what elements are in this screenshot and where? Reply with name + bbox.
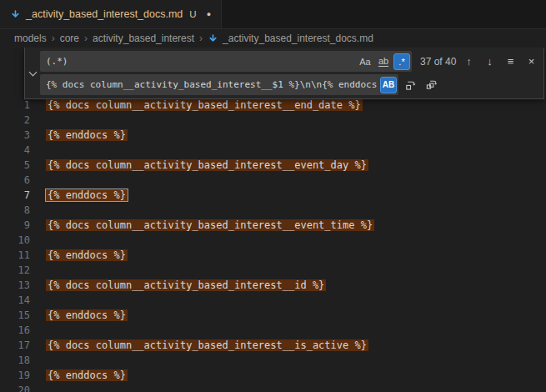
breadcrumb: models›core›activity_based_interest› _ac… (0, 29, 546, 48)
editor-line[interactable]: 11{% enddocs %} (0, 248, 546, 263)
line-number[interactable]: 19 (0, 368, 30, 383)
regex-button[interactable]: .* (393, 53, 410, 70)
line-number[interactable]: 15 (0, 308, 30, 323)
line-number[interactable]: 17 (0, 338, 30, 353)
line-number[interactable]: 3 (0, 128, 30, 143)
find-match-highlight: {% docs column__activity_based_interest_… (46, 279, 326, 291)
line-number[interactable]: 2 (0, 113, 30, 128)
editor[interactable]: (.*) Aa ab .* 37 of 40 ↑ ↓ ≡ × {% docs c… (0, 48, 546, 392)
code-text: {% docs column__activity_based_interest_… (46, 158, 368, 173)
markdown-file-icon (10, 9, 21, 20)
line-number[interactable]: 11 (0, 248, 30, 263)
code-text: {% enddocs %} (46, 128, 128, 143)
editor-line[interactable]: 12 (0, 263, 546, 278)
match-case-button[interactable]: Aa (357, 53, 373, 70)
next-match-button[interactable]: ↓ (481, 53, 498, 70)
find-match-highlight: {% docs column__activity_based_interest_… (46, 99, 363, 111)
line-number[interactable]: 8 (0, 203, 30, 218)
editor-line[interactable]: 5{% docs column__activity_based_interest… (0, 158, 546, 173)
breadcrumb-separator-icon: › (199, 33, 203, 44)
editor-line[interactable]: 18 (0, 353, 546, 368)
editor-line[interactable]: 2 (0, 113, 546, 128)
tab-bar: _activity_based_interest_docs.md U ● (0, 0, 546, 29)
editor-line[interactable]: 13{% docs column__activity_based_interes… (0, 278, 546, 293)
line-number[interactable]: 9 (0, 218, 30, 233)
editor-line[interactable]: 6 (0, 173, 546, 188)
find-match-highlight: {% enddocs %} (46, 129, 128, 141)
find-match-highlight: {% enddocs %} (46, 309, 128, 321)
editor-line[interactable]: 3{% enddocs %} (0, 128, 546, 143)
replace-input-value: {% docs column__activity_based_interest_… (46, 79, 380, 90)
find-match-highlight: {% docs column__activity_based_interest_… (46, 159, 368, 171)
find-results-count: 37 of 40 (420, 56, 456, 68)
editor-line[interactable]: 10 (0, 233, 546, 248)
whole-word-button[interactable]: ab (375, 53, 392, 70)
code-text: {% docs column__activity_based_interest_… (46, 98, 363, 113)
line-number[interactable]: 1 (0, 98, 30, 113)
preserve-case-button[interactable]: AB (380, 77, 397, 93)
editor-line[interactable]: 7{% enddocs %} (0, 188, 546, 203)
editor-line[interactable]: 16 (0, 323, 546, 338)
line-number[interactable]: 10 (0, 233, 30, 248)
breadcrumb-file-icon (208, 33, 218, 44)
editor-line[interactable]: 14 (0, 293, 546, 308)
find-input[interactable]: (.*) Aa ab .* (40, 51, 412, 72)
line-number[interactable]: 4 (0, 143, 30, 158)
editor-line[interactable]: 1{% docs column__activity_based_interest… (0, 98, 546, 113)
code-text: {% enddocs %} (46, 188, 128, 203)
editor-line[interactable]: 15{% enddocs %} (0, 308, 546, 323)
line-number[interactable]: 12 (0, 263, 30, 278)
tab-activity-docs[interactable]: _activity_based_interest_docs.md U ● (0, 0, 222, 28)
breadcrumb-item-label: core (60, 33, 79, 44)
replace-icon (404, 78, 417, 91)
editor-line[interactable]: 17{% docs column__activity_based_interes… (0, 338, 546, 353)
unsaved-changes-indicator[interactable]: ● (207, 10, 211, 18)
replace-all-button[interactable] (423, 76, 440, 93)
find-match-highlight: {% enddocs %} (46, 249, 128, 261)
code-text: {% docs column__activity_based_interest_… (46, 338, 368, 353)
breadcrumb-item[interactable]: _activity_based_interest_docs.md (208, 33, 373, 44)
editor-line[interactable]: 8 (0, 203, 546, 218)
find-match-highlight: {% enddocs %} (46, 189, 128, 201)
editor-line[interactable]: 4 (0, 143, 546, 158)
find-match-highlight: {% enddocs %} (46, 369, 128, 381)
vscode-window: _activity_based_interest_docs.md U ● mod… (0, 0, 546, 392)
line-number[interactable]: 14 (0, 293, 30, 308)
whole-word-label: ab (378, 56, 388, 67)
code-text: {% enddocs %} (46, 308, 128, 323)
breadcrumb-item[interactable]: core (60, 33, 79, 44)
line-number[interactable]: 6 (0, 173, 30, 188)
line-number[interactable]: 20 (0, 383, 30, 392)
find-match-highlight: {% docs column__activity_based_interest_… (46, 339, 368, 351)
line-number[interactable]: 13 (0, 278, 30, 293)
editor-line[interactable]: 19{% enddocs %} (0, 368, 546, 383)
code-text: {% docs column__activity_based_interest_… (46, 278, 326, 293)
breadcrumb-item[interactable]: models (14, 33, 47, 44)
breadcrumb-separator-icon: › (52, 33, 55, 44)
breadcrumb-item-label: _activity_based_interest_docs.md (223, 33, 373, 44)
code-text: {% enddocs %} (46, 368, 128, 383)
find-in-selection-button[interactable]: ≡ (502, 53, 519, 70)
toggle-replace-button[interactable] (25, 48, 40, 98)
line-number[interactable]: 5 (0, 158, 30, 173)
chevron-down-icon (28, 68, 37, 77)
breadcrumb-item-label: activity_based_interest (93, 33, 194, 44)
line-number[interactable]: 7 (0, 188, 30, 203)
git-status-badge: U (189, 9, 196, 19)
line-number[interactable]: 18 (0, 353, 30, 368)
breadcrumb-item[interactable]: activity_based_interest (93, 33, 194, 44)
replace-row: {% docs column__activity_based_interest_… (40, 74, 540, 95)
line-number[interactable]: 16 (0, 323, 30, 338)
previous-match-button[interactable]: ↑ (460, 53, 478, 70)
code-text: {% enddocs %} (46, 248, 128, 263)
find-replace-widget: (.*) Aa ab .* 37 of 40 ↑ ↓ ≡ × {% docs c… (24, 48, 544, 99)
replace-all-icon (425, 78, 438, 91)
editor-line[interactable]: 9{% docs column__activity_based_interest… (0, 218, 546, 233)
editor-line[interactable]: 20 (0, 383, 546, 392)
find-row: (.*) Aa ab .* 37 of 40 ↑ ↓ ≡ × (40, 51, 540, 72)
replace-input[interactable]: {% docs column__activity_based_interest_… (40, 74, 398, 95)
replace-button[interactable] (402, 76, 419, 93)
code-text: {% docs column__activity_based_interest_… (46, 218, 374, 233)
close-find-widget-button[interactable]: × (523, 53, 540, 70)
breadcrumb-item-label: models (14, 33, 47, 44)
